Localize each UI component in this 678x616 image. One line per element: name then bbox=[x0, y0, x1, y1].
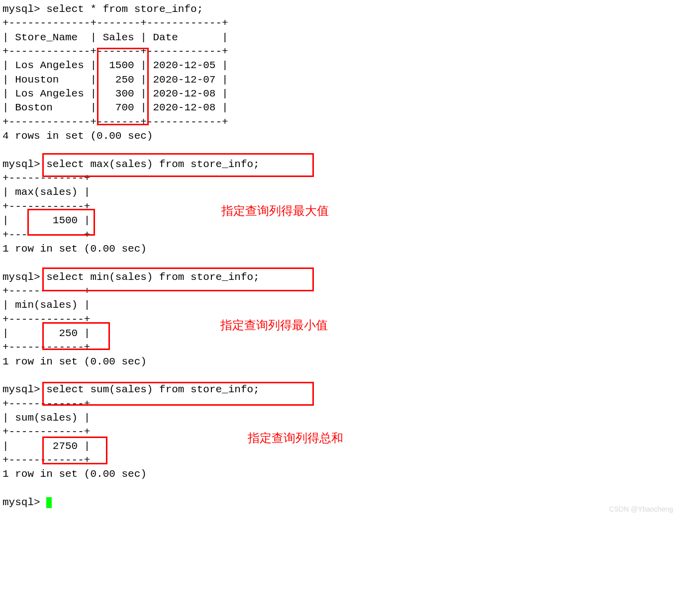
table-border: +------------+ bbox=[2, 426, 90, 438]
mysql-prompt: mysql> bbox=[2, 497, 46, 508]
table-row: | 2750 | bbox=[2, 440, 90, 452]
sql-query-sum: select sum(sales) from store_info; bbox=[40, 384, 260, 395]
table-row: | Houston | 250 | 2020-12-07 | bbox=[2, 74, 228, 86]
table-border: +------------+ bbox=[2, 398, 90, 410]
sql-query-max: select max(sales) from store_info; bbox=[40, 159, 260, 170]
table-border: +-------------+-------+------------+ bbox=[2, 116, 228, 128]
sql-query-min: select min(sales) from store_info; bbox=[40, 271, 260, 283]
table-border: +-------------+-------+------------+ bbox=[2, 17, 228, 29]
cursor-icon bbox=[46, 497, 52, 508]
result-status: 1 row in set (0.00 sec) bbox=[2, 243, 147, 255]
table-border: +------------+ bbox=[2, 342, 90, 353]
table-row: | Los Angeles | 300 | 2020-12-08 | bbox=[2, 88, 228, 99]
table-border: +------------+ bbox=[2, 454, 90, 466]
table-border: +------------+ bbox=[2, 314, 90, 325]
table-header-row: | min(sales) | bbox=[2, 299, 90, 311]
table-border: +-------------+-------+------------+ bbox=[2, 46, 228, 57]
table-row: | 1500 | bbox=[2, 215, 90, 226]
table-row: | Los Angeles | 1500 | 2020-12-05 | bbox=[2, 60, 228, 71]
result-status: 1 row in set (0.00 sec) bbox=[2, 356, 147, 367]
table-border: +------------+ bbox=[2, 229, 90, 241]
table-row: | 250 | bbox=[2, 328, 90, 339]
table-border: +------------+ bbox=[2, 201, 90, 212]
mysql-prompt: mysql> bbox=[2, 384, 40, 395]
mysql-prompt: mysql> bbox=[2, 159, 40, 170]
table-header-row: | Store_Name | Sales | Date | bbox=[2, 32, 228, 43]
table-header-row: | sum(sales) | bbox=[2, 412, 90, 424]
table-row: | Boston | 700 | 2020-12-08 | bbox=[2, 102, 228, 113]
mysql-prompt: mysql> bbox=[2, 271, 40, 283]
terminal-output: mysql> select * from store_info; +------… bbox=[2, 2, 676, 510]
mysql-prompt: mysql> bbox=[2, 3, 40, 15]
result-status: 4 rows in set (0.00 sec) bbox=[2, 130, 153, 142]
watermark: CSDN @Ybaocheng bbox=[609, 505, 673, 514]
sql-query-select-all: select * from store_info; bbox=[40, 3, 203, 15]
result-status: 1 row in set (0.00 sec) bbox=[2, 468, 147, 480]
table-border: +------------+ bbox=[2, 173, 90, 184]
table-header-row: | max(sales) | bbox=[2, 186, 90, 198]
table-border: +------------+ bbox=[2, 285, 90, 297]
